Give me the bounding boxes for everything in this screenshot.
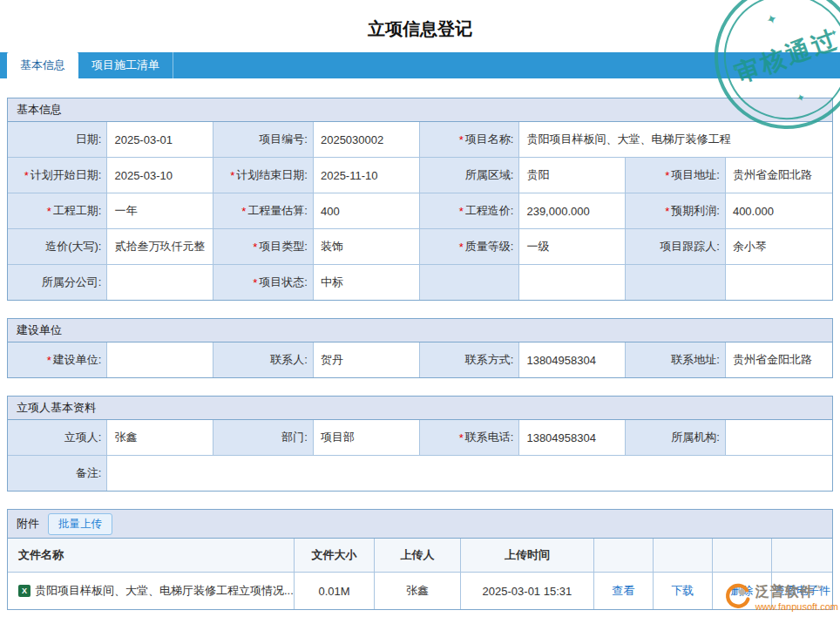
field-label: *项目类型: <box>213 229 313 264</box>
field-value: 张鑫 <box>107 420 213 455</box>
view-link[interactable]: 查看 <box>612 583 634 599</box>
form-sections: 基本信息日期:2025-03-01项目编号:2025030002*项目名称:贵阳… <box>0 98 840 492</box>
required-mark: * <box>665 169 669 182</box>
field-label: *计划结束日期: <box>213 158 313 193</box>
field-label-text: 立项人: <box>64 430 102 445</box>
field-label: *计划开始日期: <box>8 158 107 193</box>
attachment-row: X贵阳项目样板间、大堂、电梯厅装修工程立项情况...0.01M张鑫2025-03… <box>8 573 832 609</box>
required-mark: * <box>47 354 51 367</box>
field-value: 贵阳项目样板间、大堂、电梯厅装修工程 <box>519 122 832 157</box>
field-value: 2025-11-10 <box>314 158 420 193</box>
download-link[interactable]: 下载 <box>671 583 694 599</box>
field-label-text: 所属分公司: <box>42 275 102 290</box>
attachment-size: 0.01M <box>295 573 375 609</box>
attachment-column-header: 文件名称 <box>8 539 295 572</box>
required-mark: * <box>459 241 464 254</box>
field-label-text: 工程造价: <box>465 203 514 219</box>
attachments-title: 附件 <box>17 516 39 532</box>
batch-upload-button[interactable]: 批量上传 <box>48 513 112 535</box>
field-row: 日期:2025-03-01项目编号:2025030002*项目名称:贵阳项目样板… <box>8 122 832 157</box>
field-label: 联系人: <box>213 342 313 377</box>
field-label: 所属区域: <box>420 158 519 193</box>
field-value: 2025030002 <box>314 122 420 157</box>
field-value: 一年 <box>107 193 213 228</box>
view-electronic-link[interactable]: 查看电子件 <box>774 583 830 599</box>
attachment-action-column-header <box>772 539 832 572</box>
field-label: *质量等级: <box>420 229 519 264</box>
required-mark: * <box>241 205 246 218</box>
field-row: 备注: <box>8 455 832 491</box>
attachment-action-column-header <box>654 539 713 572</box>
field-row: *工程工期:一年*工程量估算:400*工程造价:239,000.000*预期利润… <box>8 193 832 228</box>
attachments-table-header: 文件名称文件大小上传人上传时间 <box>8 539 832 573</box>
attachment-time: 2025-03-01 15:31 <box>461 573 593 609</box>
field-value: 装饰 <box>314 229 420 264</box>
required-mark: * <box>230 169 234 182</box>
field-label-text: 所属机构: <box>671 430 720 445</box>
field-label-text: 工程量估算: <box>247 203 308 219</box>
attachment-column-header: 上传人 <box>375 539 461 572</box>
field-label-text: 备注: <box>76 465 102 481</box>
tab-bar: 基本信息 项目施工清单 <box>0 52 840 78</box>
field-value: 239,000.000 <box>519 193 626 228</box>
section-title-registrant-info: 立项人基本资料 <box>8 397 832 420</box>
field-row: 造价(大写):贰拾叁万玖仟元整*项目类型:装饰*质量等级:一级项目跟踪人:余小琴 <box>8 228 832 264</box>
field-label: 造价(大写): <box>8 229 107 264</box>
required-mark: * <box>459 431 464 444</box>
required-mark: * <box>47 205 51 218</box>
field-label: *项目地址: <box>626 158 725 193</box>
section-title-construction-unit: 建设单位 <box>8 319 832 342</box>
required-mark: * <box>459 133 464 146</box>
field-label-text: 日期: <box>76 132 102 147</box>
field-label-text: 项目编号: <box>259 132 308 147</box>
field-value: 贵阳 <box>519 158 626 193</box>
field-label: 部门: <box>213 420 313 455</box>
field-value <box>726 265 832 300</box>
section-basic-info: 基本信息日期:2025-03-01项目编号:2025030002*项目名称:贵阳… <box>7 98 833 301</box>
field-label-text: 项目地址: <box>671 167 720 183</box>
field-value: 400 <box>314 193 420 228</box>
delete-link[interactable]: 删除 <box>730 583 753 599</box>
attachment-action-cell: 查看 <box>594 573 654 609</box>
field-label-text: 项目跟踪人: <box>660 239 720 254</box>
field-label: 项目编号: <box>213 122 313 157</box>
field-value: 贺丹 <box>314 342 420 377</box>
field-label-text: 预期利润: <box>671 203 720 219</box>
field-label: *工程量估算: <box>213 193 313 228</box>
field-label: *项目名称: <box>420 122 519 157</box>
attachments-section: 附件 批量上传 文件名称文件大小上传人上传时间 X贵阳项目样板间、大堂、电梯厅装… <box>7 509 833 610</box>
field-value <box>107 342 213 377</box>
tab-construction-list[interactable]: 项目施工清单 <box>78 52 173 78</box>
attachments-header-bar: 附件 批量上传 <box>8 510 832 539</box>
field-label: 所属机构: <box>626 420 725 455</box>
field-label: 备注: <box>8 456 107 491</box>
field-label: *预期利润: <box>626 193 725 228</box>
field-label: 联系地址: <box>626 342 725 377</box>
field-label: 联系方式: <box>420 342 519 377</box>
field-label-text: 联系地址: <box>671 352 720 368</box>
field-label <box>626 265 725 300</box>
field-value: 贵州省金阳北路 <box>726 342 832 377</box>
page-title: 立项信息登记 <box>0 0 840 52</box>
required-mark: * <box>459 205 464 218</box>
field-label: 项目跟踪人: <box>626 229 725 264</box>
required-mark: * <box>253 241 257 254</box>
field-value <box>726 420 832 455</box>
field-value: 贰拾叁万玖仟元整 <box>107 229 213 264</box>
field-value: 2025-03-01 <box>107 122 213 157</box>
attachment-uploader: 张鑫 <box>375 573 461 609</box>
field-value: 项目部 <box>314 420 420 455</box>
field-label <box>420 265 519 300</box>
field-label-text: 工程工期: <box>53 203 102 219</box>
field-row: *建设单位:联系人:贺丹联系方式:13804958304联系地址:贵州省金阳北路 <box>8 342 832 377</box>
field-label-text: 项目状态: <box>259 275 308 290</box>
field-value: 余小琴 <box>726 229 832 264</box>
required-mark: * <box>24 169 29 182</box>
attachment-action-column-header <box>594 539 654 572</box>
attachment-action-column-header <box>713 539 772 572</box>
attachment-file-name-cell: X贵阳项目样板间、大堂、电梯厅装修工程立项情况... <box>8 573 295 609</box>
field-label: 立项人: <box>8 420 107 455</box>
tab-basic-info[interactable]: 基本信息 <box>7 52 78 78</box>
section-registrant-info: 立项人基本资料立项人:张鑫部门:项目部*联系电话:13804958304所属机构… <box>7 396 833 492</box>
field-row: *计划开始日期:2025-03-10*计划结束日期:2025-11-10所属区域… <box>8 157 832 193</box>
